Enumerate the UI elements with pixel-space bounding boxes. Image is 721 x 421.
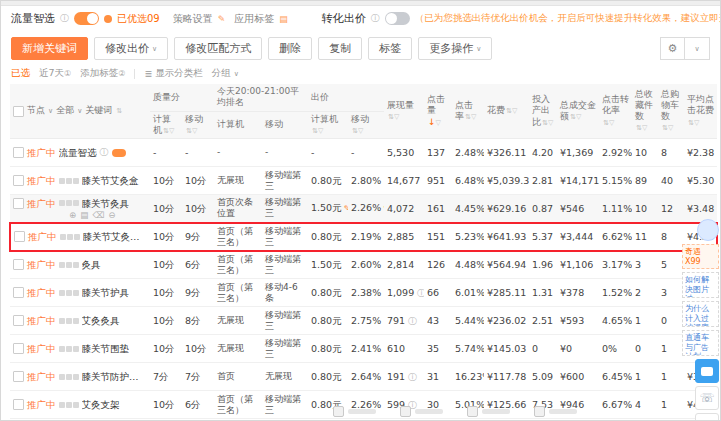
cell-bid-mobile[interactable]: 2.64%: [348, 363, 384, 391]
subheader-bid-pc[interactable]: 计算机⇅▽: [308, 111, 348, 139]
cell-bid-mobile[interactable]: -: [348, 139, 384, 167]
filter-chip-last7days[interactable]: 近7天①: [39, 67, 71, 80]
filter-funnel-icon[interactable]: ▽: [642, 124, 647, 132]
help-card-3[interactable]: 直通车与广告计划: [682, 330, 719, 356]
info-icon[interactable]: ⓘ: [371, 12, 380, 25]
subheader-quality-mobile[interactable]: 移动⇅▽: [182, 111, 214, 139]
selected-filter-chip[interactable]: 已选: [11, 67, 30, 80]
cell-bid-mobile[interactable]: 2.19%: [348, 223, 384, 251]
cell-bid-pc[interactable]: 0.80元: [308, 167, 348, 195]
group-dropdown[interactable]: 分组∨: [212, 67, 239, 80]
filter-funnel-icon[interactable]: ▽: [548, 119, 553, 127]
filter-funnel-icon[interactable]: ▽: [436, 119, 441, 127]
header-ctr[interactable]: 点击率⇅▽: [452, 84, 484, 139]
table-row[interactable]: 推广中 膝关节围垫 10分 10分 无展现 移动端第三 0.80元 2.41% …: [10, 335, 717, 363]
row-checkbox[interactable]: [13, 259, 24, 270]
row-checkbox[interactable]: [13, 198, 24, 209]
filter-funnel-icon[interactable]: ▽: [358, 127, 363, 135]
header-roi[interactable]: 投入产出比⇅▽: [529, 84, 557, 139]
row-checkbox[interactable]: [13, 399, 24, 410]
row-checkbox[interactable]: [13, 371, 24, 382]
keyword-text[interactable]: 膝关节护具: [82, 287, 130, 298]
help-card-1[interactable]: 如何解决图片过…: [682, 272, 719, 298]
all-filter[interactable]: 全部: [56, 105, 74, 116]
cell-bid-pc[interactable]: 0.80元: [308, 363, 348, 391]
header-clicks[interactable]: 点击量↓▽: [424, 84, 452, 139]
conversion-bid-toggle[interactable]: [385, 12, 410, 25]
edit-bid-icon[interactable]: ✎: [344, 204, 348, 213]
select-all-checkbox[interactable]: [13, 106, 24, 117]
header-impressions[interactable]: 展现量⇅▽: [384, 84, 424, 139]
filter-funnel-icon[interactable]: ▽: [192, 127, 197, 135]
more-actions-button[interactable]: 更多操作∨: [418, 37, 492, 60]
filter-chip-add-tag[interactable]: 添加标签②: [80, 67, 125, 80]
filter-funnel-icon[interactable]: ▽: [609, 119, 614, 127]
cell-bid-pc[interactable]: 1.50元✎: [308, 195, 348, 223]
delete-button[interactable]: 删除: [268, 37, 312, 60]
cell-bid-pc[interactable]: 0.80元: [308, 223, 348, 251]
modify-match-button[interactable]: 修改匹配方式: [174, 37, 262, 60]
display-columns-control[interactable]: ≣显示分类栏: [144, 67, 202, 80]
keyword-text[interactable]: 艾灸灸具: [82, 315, 120, 326]
row-checkbox[interactable]: [13, 175, 24, 186]
impressions-info-icon[interactable]: ⓘ: [414, 288, 424, 298]
keyword-text[interactable]: 膝关节艾灸盒: [82, 175, 139, 186]
impressions-info-icon[interactable]: ⓘ: [405, 316, 417, 326]
filter-funnel-icon[interactable]: ▽: [512, 107, 517, 115]
report-icon[interactable]: ▤: [80, 210, 88, 220]
subheader-bid-mobile[interactable]: 移动⇅▽: [348, 111, 384, 139]
subheader-quality-pc[interactable]: 计算机⇅▽: [150, 111, 182, 139]
cell-bid-mobile[interactable]: 2.41%: [348, 335, 384, 363]
filter-funnel-icon[interactable]: ▽: [169, 127, 174, 135]
help-card-2[interactable]: 为什么计入过滤词库: [682, 301, 719, 327]
table-row[interactable]: 推广中 膝关节灸具 ⊕▤⌫⊖ 10分 10分 首页次条位置 移动端第三 1.50…: [10, 195, 717, 223]
row-checkbox[interactable]: [13, 343, 24, 354]
header-favorites[interactable]: 总收藏件数⇅▽: [632, 84, 658, 139]
bottom-banner-item[interactable]: [400, 406, 443, 417]
node-filter[interactable]: 节点: [27, 105, 45, 116]
info-icon[interactable]: ⓘ: [100, 147, 109, 158]
collapse-icon[interactable]: ⊖: [108, 210, 115, 220]
strategy-settings-link[interactable]: 策略设置: [173, 12, 213, 26]
row-checkbox[interactable]: [13, 147, 24, 158]
bottom-banner-item[interactable]: [467, 406, 510, 417]
filter-funnel-icon[interactable]: ▽: [576, 113, 581, 121]
cell-bid-pc[interactable]: 0.80元: [308, 335, 348, 363]
edit-pencil-icon[interactable]: ✎: [218, 14, 226, 24]
chat-button[interactable]: [695, 359, 719, 383]
header-cost[interactable]: 花费⇅▽: [484, 84, 529, 139]
add-keyword-button[interactable]: 新增关键词: [11, 37, 88, 60]
bottom-banner-item[interactable]: [333, 406, 376, 417]
tag-button[interactable]: 标签: [368, 37, 412, 60]
info-icon[interactable]: ⓘ: [60, 12, 69, 25]
edit-bid-icon[interactable]: ✎: [383, 204, 384, 213]
promo-card[interactable]: 奇遇X99: [682, 244, 719, 269]
bottom-banner-item[interactable]: [534, 406, 577, 417]
table-row[interactable]: 推广中 膝关节艾灸灸具 10分 9分 首页（第三名） 移动端第三 0.80元 2…: [10, 223, 717, 251]
filter-funnel-icon[interactable]: ▽: [471, 113, 476, 121]
row-checkbox[interactable]: [13, 287, 24, 298]
header-carts[interactable]: 总购物车数⇅▽: [658, 84, 684, 139]
cell-bid-mobile[interactable]: 2.60%: [348, 251, 384, 279]
table-row[interactable]: 推广中 膝关节艾灸盒 10分 10分 无展现 移动端第三 0.80元 2.80%…: [10, 167, 717, 195]
keyword-text[interactable]: 膝关节艾灸灸具: [83, 231, 148, 242]
customer-service-button[interactable]: ☏: [695, 386, 719, 410]
header-revenue[interactable]: 总成交金额⇅▽: [557, 84, 599, 139]
apps-grid-button[interactable]: ▦: [695, 413, 719, 421]
header-cvr[interactable]: 点击转化率⇅▽: [599, 84, 632, 139]
row-checkbox[interactable]: [14, 231, 25, 242]
add-icon[interactable]: ⊕: [69, 210, 76, 220]
cell-bid-pc[interactable]: -: [308, 139, 348, 167]
copy-button[interactable]: 复制: [318, 37, 362, 60]
cell-bid-mobile[interactable]: 2.80%: [348, 167, 384, 195]
keyword-header-label[interactable]: 关键词: [85, 105, 112, 116]
impressions-info-icon[interactable]: ⓘ: [405, 372, 417, 382]
cell-bid-pc[interactable]: 1.50元: [308, 251, 348, 279]
keyword-text[interactable]: 膝关节防护灸具: [82, 371, 148, 382]
table-row[interactable]: 推广中 膝关节防护灸具 7分 7分 首页 无展现 0.80元 2.64% 191…: [10, 363, 717, 391]
cell-bid-mobile[interactable]: 2.38%: [348, 279, 384, 307]
filter-funnel-icon[interactable]: ▽: [394, 113, 399, 121]
keyword-text[interactable]: 灸具: [82, 259, 101, 270]
keyword-text[interactable]: 膝关节灸具: [82, 198, 130, 209]
assistant-avatar[interactable]: [697, 219, 719, 241]
